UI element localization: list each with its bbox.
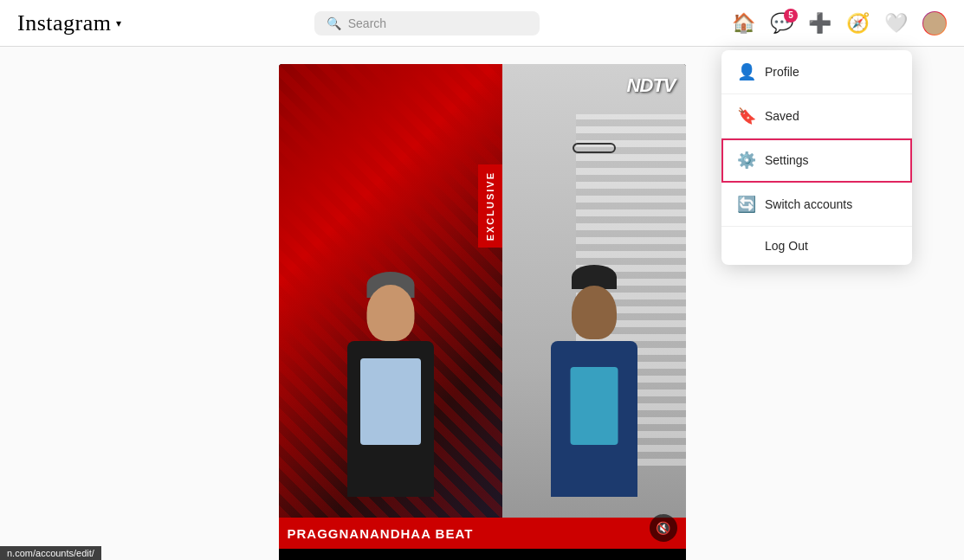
logout-label: Log Out <box>765 239 808 253</box>
instagram-logo: Instagram <box>17 10 111 36</box>
avatar-image <box>923 12 946 35</box>
anchor-right-shirt <box>570 367 618 445</box>
notification-badge: 5 <box>784 9 798 23</box>
settings-icon: ⚙️ <box>737 151 754 170</box>
profile-icon: 👤 <box>737 62 754 81</box>
anchor-right-figure <box>534 272 655 497</box>
search-icon: 🔍 <box>327 16 341 30</box>
ticker-text: PRAGGNANANDHAA BEAT <box>288 526 474 541</box>
url-bar: n.com/accounts/edit/ <box>0 546 101 560</box>
messages-icon[interactable]: 💬 5 <box>770 12 793 35</box>
video-card: EXCLUSIVE <box>279 64 686 560</box>
video-right-panel: NDTV <box>502 64 686 560</box>
anchor-right-body <box>551 341 637 497</box>
ticker-bar: PRAGGNANANDHAA BEAT <box>279 518 686 549</box>
ticker-bottom <box>279 549 686 560</box>
anchor-head <box>366 285 414 341</box>
create-icon[interactable]: ➕ <box>808 12 831 35</box>
saved-icon: 🔖 <box>737 106 754 126</box>
anchor-glasses <box>573 143 616 153</box>
exclusive-banner: EXCLUSIVE <box>478 164 502 248</box>
exclusive-text: EXCLUSIVE <box>485 171 495 241</box>
switch-icon: 🔄 <box>737 195 754 214</box>
heart-icon[interactable]: 🤍 <box>884 12 907 35</box>
anchor-left-figure <box>313 254 469 497</box>
avatar[interactable] <box>922 11 947 35</box>
mute-icon: 🔇 <box>656 521 670 535</box>
dropdown-item-profile[interactable]: 👤 Profile <box>721 50 912 94</box>
header-icons: 🏠 💬 5 ➕ 🧭 🤍 <box>732 11 947 35</box>
profile-label: Profile <box>765 65 799 79</box>
lower-third: PRAGGNANANDHAA BEAT <box>279 505 686 560</box>
dropdown-item-logout[interactable]: Log Out <box>721 227 912 265</box>
dropdown-item-saved[interactable]: 🔖 Saved <box>721 94 912 138</box>
ndtv-watermark: NDTV <box>627 74 676 97</box>
anchor-right-head <box>572 286 617 339</box>
header: Instagram ▾ 🔍 Search 🏠 💬 5 ➕ 🧭 🤍 <box>0 0 964 47</box>
settings-label: Settings <box>765 153 809 167</box>
explore-icon[interactable]: 🧭 <box>846 12 869 35</box>
home-icon[interactable]: 🏠 <box>732 12 754 35</box>
dropdown-menu: 👤 Profile 🔖 Saved ⚙️ Settings 🔄 Switch a… <box>721 50 912 265</box>
saved-label: Saved <box>765 109 799 123</box>
anchor-shirt <box>360 358 421 445</box>
anchor-body <box>347 341 434 497</box>
dropdown-item-settings[interactable]: ⚙️ Settings <box>721 138 912 183</box>
video-thumbnail: EXCLUSIVE <box>279 64 686 560</box>
search-bar[interactable]: 🔍 Search <box>314 11 540 35</box>
url-text: n.com/accounts/edit/ <box>7 548 94 558</box>
dropdown-item-switch[interactable]: 🔄 Switch accounts <box>721 183 912 227</box>
video-bg: EXCLUSIVE <box>279 64 686 560</box>
header-left: Instagram ▾ <box>17 10 121 36</box>
logo-chevron-icon[interactable]: ▾ <box>116 17 121 29</box>
video-left-panel: EXCLUSIVE <box>279 64 503 560</box>
switch-label: Switch accounts <box>765 197 852 211</box>
search-placeholder: Search <box>348 16 386 30</box>
mute-button[interactable]: 🔇 <box>650 514 677 542</box>
